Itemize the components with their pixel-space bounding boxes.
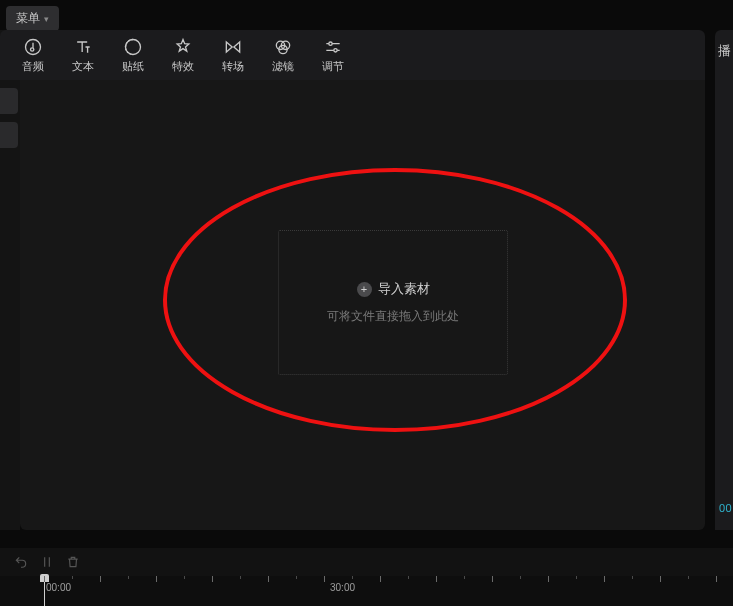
preview-title-fragment: 播 <box>718 43 731 58</box>
menu-label: 菜单 <box>16 10 40 27</box>
split-icon[interactable] <box>40 555 54 569</box>
tab-audio[interactable]: 音频 <box>8 30 58 80</box>
transition-icon <box>223 37 243 57</box>
tab-label: 特效 <box>172 59 194 74</box>
sidebar-slot <box>0 122 18 148</box>
import-subtitle: 可将文件直接拖入到此处 <box>327 308 459 325</box>
ruler-label: 30:00 <box>330 582 355 593</box>
tab-text[interactable]: 文本 <box>58 30 108 80</box>
svg-point-6 <box>329 42 332 45</box>
sidebar-slot <box>0 88 18 114</box>
ruler-label: 00:00 <box>46 582 71 593</box>
left-sidebar-strip <box>0 30 20 530</box>
media-panel: + 导入素材 可将文件直接拖入到此处 <box>20 80 705 530</box>
plus-icon: + <box>357 282 372 297</box>
tab-label: 滤镜 <box>272 59 294 74</box>
audio-icon <box>23 37 43 57</box>
filter-icon <box>273 37 293 57</box>
tab-label: 转场 <box>222 59 244 74</box>
svg-point-7 <box>334 48 337 51</box>
chevron-down-icon: ▾ <box>44 14 49 24</box>
tab-effect[interactable]: 特效 <box>158 30 208 80</box>
text-icon <box>73 37 93 57</box>
import-dropzone[interactable]: + 导入素材 可将文件直接拖入到此处 <box>278 230 508 375</box>
tab-label: 贴纸 <box>122 59 144 74</box>
svg-point-1 <box>31 47 34 50</box>
tab-sticker[interactable]: 贴纸 <box>108 30 158 80</box>
preview-panel-edge: 播 00: <box>715 30 733 530</box>
tab-label: 音频 <box>22 59 44 74</box>
preview-timecode: 00: <box>719 502 733 514</box>
delete-icon[interactable] <box>66 555 80 569</box>
timeline-toolbar <box>0 548 733 576</box>
tab-label: 调节 <box>322 59 344 74</box>
timeline-ruler[interactable]: 00:00 30:00 <box>0 576 733 606</box>
menu-button[interactable]: 菜单 ▾ <box>6 6 59 31</box>
tab-transition[interactable]: 转场 <box>208 30 258 80</box>
undo-icon[interactable] <box>14 555 28 569</box>
sticker-icon <box>123 37 143 57</box>
effect-icon <box>173 37 193 57</box>
import-title-row: + 导入素材 <box>357 280 430 298</box>
tab-label: 文本 <box>72 59 94 74</box>
tab-adjust[interactable]: 调节 <box>308 30 358 80</box>
tab-filter[interactable]: 滤镜 <box>258 30 308 80</box>
adjust-icon <box>323 37 343 57</box>
import-title: 导入素材 <box>378 280 430 298</box>
media-toolbar: 音频 文本 贴纸 特效 转场 滤镜 调节 <box>0 30 705 80</box>
